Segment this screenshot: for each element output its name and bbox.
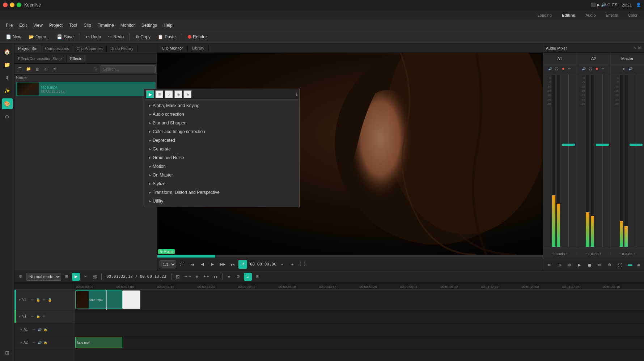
a2-lock[interactable]: 🔒 [43,340,48,345]
v1-visibility[interactable]: 👁 [42,314,47,319]
menu-tool[interactable]: Tool [66,22,80,29]
effects-cat-motion[interactable]: ▶ Motion [144,162,299,171]
sidebar-icon-down[interactable]: ⬇ [2,72,13,83]
ws-tab-logging[interactable]: Logging [534,12,555,18]
v1-pencil[interactable]: ✏ [30,314,35,319]
bin-tag-btn[interactable]: 🏷 [42,65,50,73]
a1-collapse[interactable]: ▼ [20,328,23,331]
effects-cat-blur[interactable]: ▶ Blur and Sharpen [144,119,299,127]
ch-a1-headphone[interactable]: 🎧 [554,66,559,72]
fullscreen-btn[interactable]: ⛶ [178,260,186,269]
v1-lock[interactable]: 🔒 [36,314,41,319]
mixer-expand[interactable]: ⊞ [638,46,641,50]
new-button[interactable]: 📄 New [3,33,24,41]
vol-a1-minus[interactable]: − [552,252,554,256]
a2-pencil[interactable]: ✏ [31,340,37,345]
mixer-master-slider[interactable] [626,264,632,266]
user-icon[interactable]: 👤 [636,3,641,7]
bin-menu-btn[interactable]: ≡ [51,65,59,73]
undo-button[interactable]: ↩ Undo [83,33,104,41]
menu-timeline[interactable]: Timeline [95,22,117,29]
play-btn[interactable]: ▶ [208,260,217,269]
sidebar-icon-color[interactable]: 🎨 [2,98,13,109]
tl-ripple[interactable]: ⊙ [234,273,242,281]
tl-audio-effects[interactable]: ♦♦ [212,273,220,281]
open-button[interactable]: 📂 Open... [26,33,52,41]
panel-tab-effects[interactable]: Effects [67,55,86,62]
maximize-button[interactable] [17,3,21,7]
v2-collapse[interactable]: ▼ [18,298,21,302]
vol-a1-plus[interactable]: + [565,252,568,256]
a2-fader-handle[interactable] [596,144,609,146]
ch-a1-mute[interactable]: 🔊 [547,66,553,72]
panel-tab-undo-history[interactable]: Undo History [107,45,137,52]
search-input[interactable] [101,65,156,73]
v2-lock[interactable]: 🔒 [47,297,52,302]
tl-thumb[interactable]: 🖼 [174,273,182,281]
menu-edit[interactable]: Edit [16,22,30,29]
close-button[interactable] [3,3,8,7]
a1-fader[interactable] [561,75,576,247]
redo-button[interactable]: ↪ Redo [105,33,127,41]
effects-cat-utility[interactable]: ▶ Utility [144,197,299,205]
a2-fader[interactable] [595,75,610,247]
v2-lock-open[interactable]: 🔓 [36,297,41,302]
effects-tab-list[interactable]: ≡ [155,90,164,99]
a1-fader-handle[interactable] [562,144,575,146]
clip-v2-face[interactable]: face.mp4 [75,290,122,309]
effects-cat-transform[interactable]: ▶ Transform, Distort and Perspective [144,188,299,197]
a1-pencil[interactable]: ✏ [31,327,37,332]
menu-settings[interactable]: Settings [139,22,160,29]
tl-composite[interactable]: ◈ [193,273,201,281]
clip-a2-face[interactable]: face.mp4 [75,337,122,348]
vol-master-plus[interactable]: + [633,252,635,256]
menu-file[interactable]: File [3,22,16,29]
effects-cat-color[interactable]: ▶ Color and Image correction [144,127,299,136]
copy-button[interactable]: ⧉ Copy [133,33,153,41]
bin-delete-btn[interactable]: 🗑 [33,65,41,73]
mixer-btn-2[interactable]: ⊞ [555,261,563,269]
effects-tab-comp[interactable]: ◈ [174,90,183,99]
mixer-btn-6[interactable]: ⊕ [595,261,604,269]
sidebar-icon-folder[interactable]: 📁 [2,59,13,70]
effects-cat-deprecated[interactable]: ▶ Deprecated [144,136,299,145]
vol-a2-plus[interactable]: + [599,252,602,256]
mixer-btn-4[interactable]: ▶ [575,261,584,269]
prev-frame-btn[interactable]: ◀ [198,260,207,269]
paste-button[interactable]: 📋 Paste [155,33,179,41]
master-fader-handle[interactable] [630,144,643,146]
mixer-btn-8[interactable]: ⛶ [615,261,624,269]
minimize-button[interactable] [10,3,14,7]
effects-cat-grain[interactable]: ▶ Grain and Noise [144,153,299,162]
bin-filter-btn[interactable]: ▽ [92,65,100,73]
ws-tab-effects[interactable]: Effects [602,12,621,18]
master-fader[interactable] [629,75,643,247]
render-button[interactable]: Render [185,33,210,41]
ch-master-mute[interactable]: ▶ [621,66,627,72]
mixer-expand2[interactable]: ⊞ [634,261,643,269]
a2-collapse[interactable]: ▼ [20,341,23,344]
tl-active2[interactable]: ≡ [244,273,252,281]
menu-help[interactable]: Help [161,22,175,29]
monitor-tab-clip[interactable]: Clip Monitor [157,45,188,51]
mixer-btn-1[interactable]: ⬅ [545,261,553,269]
v2-visibility[interactable]: 👁 [42,297,47,302]
v2-pencil[interactable]: ✏ [30,297,35,302]
panel-tab-compositions[interactable]: Compositions [41,45,73,52]
settings-btn[interactable]: ⋮⋮ [298,260,307,269]
v1-collapse[interactable]: ▼ [18,315,21,318]
sidebar-icon-home[interactable]: 🏠 [2,46,13,57]
ch-a1-rec[interactable]: ⏺ [560,66,566,72]
ch-a2-rec[interactable]: ⏺ [594,66,599,72]
menu-clip[interactable]: Clip [81,22,94,29]
tl-star[interactable]: ★ [225,273,233,281]
tl-cut[interactable]: ✂ [81,273,89,281]
to-end-btn[interactable]: ⏭ [228,260,237,269]
vol-master-minus[interactable]: − [619,252,622,256]
bin-view-btn[interactable]: ☰ [16,65,24,73]
effects-cat-stylize[interactable]: ▶ Stylize [144,179,299,188]
menu-view[interactable]: View [30,22,46,29]
effects-cat-audio-correction[interactable]: ▶ Audio correction [144,110,299,119]
mixer-close[interactable]: ✕ [633,46,636,50]
minus-btn[interactable]: − [278,260,287,269]
